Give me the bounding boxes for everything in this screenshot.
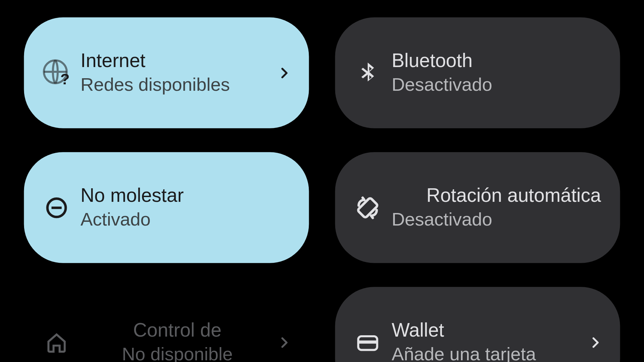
tile-subtitle: Activado	[81, 209, 292, 231]
svg-text:?: ?	[60, 70, 69, 88]
chevron-right-icon[interactable]	[585, 335, 603, 350]
tile-title: Control de	[81, 320, 274, 341]
tile-subtitle: Redes disponibles	[81, 74, 274, 96]
tile-title: Wallet	[391, 320, 585, 341]
tile-subtitle: Desactivado	[391, 209, 603, 231]
chevron-right-icon[interactable]	[274, 65, 291, 80]
tile-home-control[interactable]: Control de No disponible	[24, 287, 309, 362]
auto-rotate-icon	[348, 194, 387, 221]
tile-subtitle: Desactivado	[391, 74, 603, 96]
tile-bluetooth[interactable]: Bluetooth Desactivado	[335, 17, 620, 128]
tile-title: Internet	[81, 50, 274, 71]
tile-internet[interactable]: ? Internet Redes disponibles	[24, 17, 309, 128]
svg-rect-6	[358, 340, 377, 343]
tile-text: Bluetooth Desactivado	[387, 50, 603, 96]
globe-question-icon: ?	[37, 58, 76, 88]
tile-subtitle: Añade una tarjeta	[391, 343, 585, 362]
wallet-icon	[348, 330, 387, 355]
tile-wallet[interactable]: Wallet Añade una tarjeta	[335, 287, 620, 362]
bluetooth-icon	[348, 60, 387, 85]
home-icon	[37, 330, 76, 355]
do-not-disturb-icon	[37, 195, 76, 220]
tile-text: Rotación automática Desactivado	[387, 185, 603, 231]
tile-do-not-disturb[interactable]: No molestar Activado	[24, 152, 309, 263]
tile-text: No molestar Activado	[76, 185, 291, 231]
tile-title: No molestar	[81, 185, 292, 206]
tile-text: Control de No disponible	[76, 320, 274, 362]
tile-auto-rotate[interactable]: Rotación automática Desactivado	[335, 152, 620, 263]
tile-subtitle: No disponible	[122, 343, 233, 362]
tile-title: Bluetooth	[391, 50, 603, 71]
tile-text: Wallet Añade una tarjeta	[387, 320, 585, 362]
tile-text: Internet Redes disponibles	[76, 50, 274, 96]
chevron-right-icon[interactable]	[274, 335, 291, 350]
tile-title: Rotación automática	[391, 185, 603, 206]
quick-settings-grid: ? Internet Redes disponibles Bluetoot	[24, 17, 620, 362]
